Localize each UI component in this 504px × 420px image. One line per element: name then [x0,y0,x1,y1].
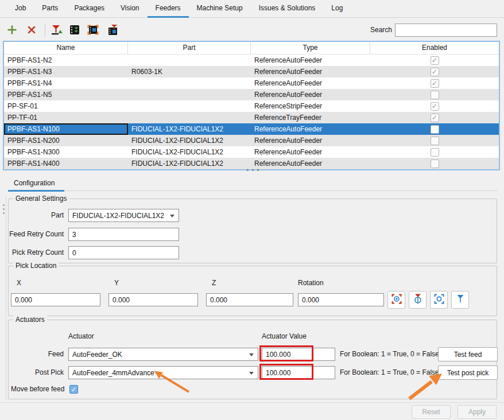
cell-type: ReferenceAutoFeeder [251,158,370,169]
capture-camera-coordinates-button[interactable] [387,291,405,309]
feeders-toolbar: Search [0,18,504,41]
chevron-down-icon [170,215,175,217]
table-row[interactable]: PPBF-AS1-N3R0603-1KReferenceAutoFeeder [4,66,499,77]
cell-type: ReferenceAutoFeeder [251,77,370,89]
table-row[interactable]: PPBF-AS1-N5ReferenceAutoFeeder [4,89,499,100]
tab-feeders[interactable]: Feeders [148,0,189,18]
cell-type: ReferenceStripFeeder [251,100,370,112]
table-row[interactable]: PPBF-AS1-N300FIDUCIAL-1X2-FIDUCIAL1X2Ref… [4,146,499,158]
post-pick-actuator-dropdown[interactable]: AutoFeeder_4mmAdvance [68,366,258,379]
enabled-checkbox[interactable] [431,79,439,88]
cell-part [128,100,251,112]
chevron-down-icon [249,353,254,356]
post-pick-row-label: Post Pick [9,366,64,379]
cell-name: PP-TF-01 [4,112,128,123]
splitter-handle[interactable]: • • • [246,168,261,173]
move-before-feed-checkbox[interactable] [69,385,78,394]
cell-type: ReferenceAutoFeeder [251,66,370,77]
feed-actuator-value-input[interactable] [262,348,335,361]
apply-button[interactable]: Apply [458,405,497,419]
table-row[interactable]: PP-SF-01ReferenceStripFeeder [4,100,499,112]
z-label: Z [212,277,216,290]
enabled-checkbox[interactable] [431,91,439,99]
feed-retry-count-input[interactable] [68,228,179,241]
enabled-checkbox[interactable] [431,160,439,168]
search-input[interactable] [395,24,497,37]
z-input[interactable] [206,293,293,306]
x-label: X [17,277,21,290]
x-input[interactable] [11,293,100,306]
cell-enabled [370,123,499,135]
delete-feeder-button[interactable] [24,23,39,38]
column-header-name[interactable]: Name [4,42,128,54]
actuator-value-column-label: Actuator Value [262,330,307,343]
feed-retry-count-label: Feed Retry Count [9,228,64,241]
tab-log[interactable]: Log [323,0,351,18]
column-header-enabled[interactable]: Enabled [370,42,499,54]
enabled-checkbox[interactable] [431,125,439,134]
cell-enabled [370,158,499,169]
test-feed-button[interactable]: Test feed [438,347,498,361]
feed-actuator-dropdown[interactable]: AutoFeeder_OK [68,348,258,361]
cell-name: PPBF-AS1-N2 [4,55,128,66]
tab-configuration[interactable]: Configuration [8,177,60,191]
general-settings-legend: General Settings [13,195,69,203]
position-camera-icon [433,293,445,306]
rotation-input[interactable] [298,293,384,306]
cell-part [128,55,251,66]
tab-vision[interactable]: Vision [113,0,147,18]
column-header-part[interactable]: Part [128,42,251,54]
capture-nozzle-coordinates-button[interactable] [409,291,427,309]
enabled-checkbox[interactable] [431,102,439,111]
feeder-tape-pick-icon [69,24,80,37]
feed-button[interactable] [49,23,64,38]
add-feeder-button[interactable] [5,23,20,38]
actuators-group: Actuators Actuator Actuator Value Feed A… [8,320,497,399]
tab-machine-setup[interactable]: Machine Setup [189,0,251,18]
cell-name: PPBF-AS1-N3 [4,66,128,77]
post-pick-actuator-value-input[interactable] [262,366,335,379]
tab-packages[interactable]: Packages [66,0,113,18]
position-nozzle-icon-button[interactable] [451,291,469,309]
tab-parts[interactable]: Parts [34,0,66,18]
boolean-hint-feed: For Boolean: 1 = True, 0 = False [340,348,439,361]
rotation-label: Rotation [298,277,324,290]
table-row[interactable]: PPBF-AS1-N200FIDUCIAL-1X2-FIDUCIAL1X2Ref… [4,135,499,146]
cell-part: R0603-1K [128,66,251,77]
table-row[interactable]: PPBF-AS1-N4ReferenceAutoFeeder [4,77,499,89]
left-divider-grip[interactable] [1,204,6,214]
capture-camera-icon [391,293,402,306]
tab-job[interactable]: Job [7,0,34,18]
pick-button[interactable] [67,23,82,38]
table-row[interactable]: PPBF-AS1-N100FIDUCIAL-1X2-FIDUCIAL1X2Ref… [4,123,499,135]
cell-type: ReferenceAutoFeeder [251,55,370,66]
enabled-checkbox[interactable] [431,137,439,145]
actuator-column-label: Actuator [68,330,94,343]
test-post-pick-button[interactable]: Test post pick [438,365,498,380]
cell-type: ReferenceAutoFeeder [251,123,370,135]
y-input[interactable] [108,293,198,306]
part-label: Part [9,209,64,222]
cell-name: PPBF-AS1-N300 [4,146,128,158]
tab-issues-solutions[interactable]: Issues & Solutions [251,0,324,18]
cell-enabled [370,100,499,112]
post-pick-actuator-value: AutoFeeder_4mmAdvance [72,369,154,377]
feed-nozzle-icon [51,24,63,37]
table-row[interactable]: PPBF-AS1-N2ReferenceAutoFeeder [4,55,499,66]
enabled-checkbox[interactable] [431,68,439,76]
enabled-checkbox[interactable] [431,114,439,122]
cell-enabled [370,55,499,66]
reset-button[interactable]: Reset [412,405,451,419]
position-camera-icon-button[interactable] [430,291,448,309]
cell-part [128,112,251,123]
move-tool-to-pick-location-button[interactable] [105,23,120,38]
enabled-checkbox[interactable] [431,56,439,65]
cell-name: PP-SF-01 [4,100,128,112]
enabled-checkbox[interactable] [431,148,439,157]
part-dropdown[interactable]: FIDUCIAL-1X2-FIDUCIAL1X2 [68,209,179,222]
column-header-type[interactable]: Type [251,42,370,54]
move-camera-to-pick-location-button[interactable] [86,23,100,38]
search-label: Search [370,26,392,34]
pick-retry-count-input[interactable] [68,246,179,259]
table-row[interactable]: PP-TF-01ReferenceTrayFeeder [4,112,499,123]
